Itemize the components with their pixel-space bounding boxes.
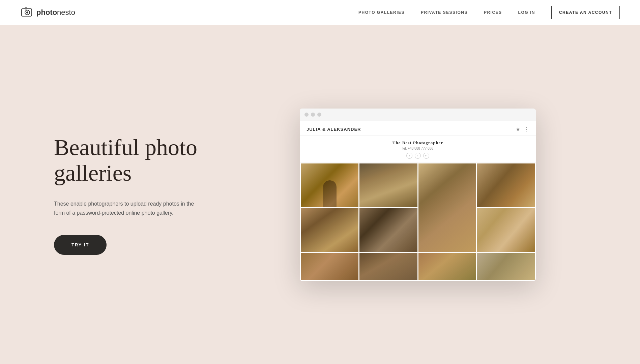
navbar: photonesto PHOTO GALLERIES PRIVATE SESSI… (0, 0, 640, 25)
photographer-info: The Best Photographer tel. +48 888 777 6… (300, 135, 536, 162)
svg-point-2 (26, 11, 28, 13)
nav-login[interactable]: LOG IN (518, 10, 535, 15)
social-icons: f f in (300, 153, 536, 159)
svg-rect-3 (25, 8, 27, 9)
photo-cell-5 (301, 208, 358, 252)
nav-photo-galleries[interactable]: PHOTO GALLERIES (358, 10, 405, 15)
nav-prices[interactable]: PRICES (484, 10, 502, 15)
logo-light: nesto (57, 8, 75, 17)
photo-cell-2 (359, 163, 417, 207)
photo-cell-11 (477, 253, 535, 280)
photo-cell-9 (359, 253, 417, 280)
photographer-tel: tel. +48 888 777 666 (300, 147, 536, 150)
gallery-header: JULIA & ALEKSANDER ★ ⋮ (300, 121, 536, 135)
window-titlebar (300, 109, 536, 121)
logo-bold: photo (36, 8, 57, 17)
photo-cell-6 (359, 208, 417, 252)
window-dot-2 (311, 113, 315, 117)
photo-cell-8 (301, 253, 358, 280)
hero-title: Beautiful photo galleries (54, 134, 223, 186)
nav-links: PHOTO GALLERIES PRIVATE SESSIONS PRICES … (358, 6, 620, 19)
create-account-button[interactable]: CREATE AN ACCOUNT (551, 6, 620, 19)
try-it-button[interactable]: TRY IT (54, 235, 107, 255)
more-icon[interactable]: ⋮ (524, 126, 529, 132)
logo[interactable]: photonesto (20, 5, 75, 20)
hero-description: These enable photographers to upload rea… (54, 199, 202, 217)
gallery-preview-window: JULIA & ALEKSANDER ★ ⋮ The Best Photogra… (300, 109, 536, 281)
photo-cell-3 (418, 163, 476, 252)
logo-icon (20, 5, 34, 20)
nav-private-sessions[interactable]: PRIVATE SESSIONS (421, 10, 468, 15)
header-actions: ★ ⋮ (516, 126, 529, 132)
photographer-name: The Best Photographer (300, 140, 536, 146)
photo-cell-4 (477, 163, 535, 207)
photo-cell-1 (301, 163, 358, 207)
hero-mockup: JULIA & ALEKSANDER ★ ⋮ The Best Photogra… (250, 109, 586, 281)
hero-content: Beautiful photo galleries These enable p… (54, 134, 223, 255)
hero-section: Beautiful photo galleries These enable p… (0, 25, 640, 364)
social-icon-in[interactable]: in (423, 153, 429, 159)
gallery-name: JULIA & ALEKSANDER (307, 127, 361, 132)
social-icon-fb[interactable]: f (406, 153, 412, 159)
window-dot-1 (304, 113, 309, 117)
photo-cell-7 (477, 208, 535, 252)
star-icon[interactable]: ★ (516, 126, 520, 132)
photo-grid (300, 162, 536, 281)
photo-cell-10 (418, 253, 476, 280)
social-icon-fb2[interactable]: f (415, 153, 421, 159)
window-dot-3 (317, 113, 321, 117)
